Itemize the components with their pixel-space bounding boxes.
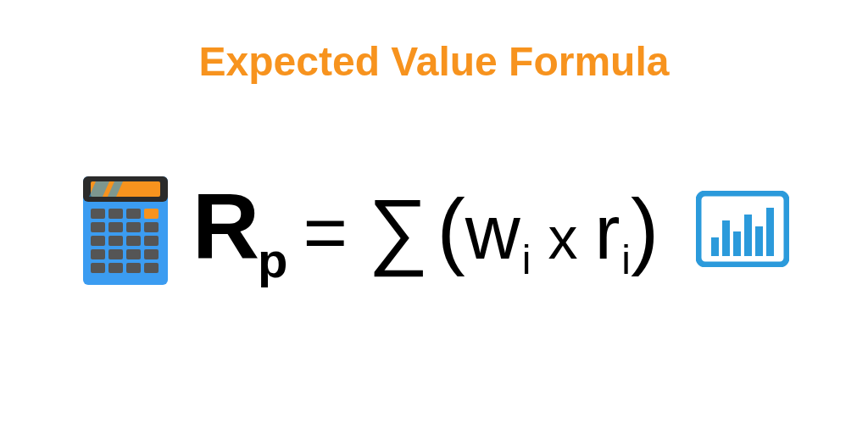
svg-rect-10 [108,222,123,232]
open-paren: ( [437,181,465,278]
equals-sign: = [303,189,348,276]
formula-expression: R p = ∑ ( w i x r i ) [192,180,659,278]
svg-rect-24 [144,263,159,273]
svg-rect-22 [108,263,123,273]
svg-rect-5 [91,209,105,219]
calculator-icon [79,170,172,288]
svg-rect-21 [91,263,105,273]
svg-rect-11 [126,222,141,232]
svg-rect-31 [766,208,774,256]
sigma-symbol: ∑ [368,181,428,278]
svg-rect-19 [126,249,141,259]
svg-rect-20 [144,249,159,259]
svg-rect-8 [144,209,159,219]
svg-rect-13 [91,236,105,246]
formula-row: R p = ∑ ( w i x r i ) [0,170,868,288]
term2-variable: r [594,189,620,276]
svg-rect-9 [91,222,105,232]
times-operator: x [548,204,577,272]
lhs-subscript: p [258,231,287,288]
svg-rect-26 [711,237,719,256]
svg-rect-6 [108,209,123,219]
svg-rect-15 [126,236,141,246]
svg-rect-7 [126,209,141,219]
svg-rect-17 [91,249,105,259]
term1-variable: w [465,189,520,276]
svg-rect-29 [744,215,752,256]
term1-subscript: i [522,237,531,283]
svg-rect-16 [144,236,159,246]
lhs-variable: R [192,180,259,273]
svg-rect-28 [733,231,741,256]
close-paren: ) [631,181,659,278]
page-title: Expected Value Formula [0,38,868,85]
term2-subscript: i [621,237,631,283]
svg-rect-12 [144,222,159,232]
svg-rect-30 [755,226,763,256]
svg-rect-23 [126,263,141,273]
svg-rect-14 [108,236,123,246]
bar-chart-icon [696,191,789,267]
svg-rect-27 [722,220,730,256]
svg-rect-18 [108,249,123,259]
